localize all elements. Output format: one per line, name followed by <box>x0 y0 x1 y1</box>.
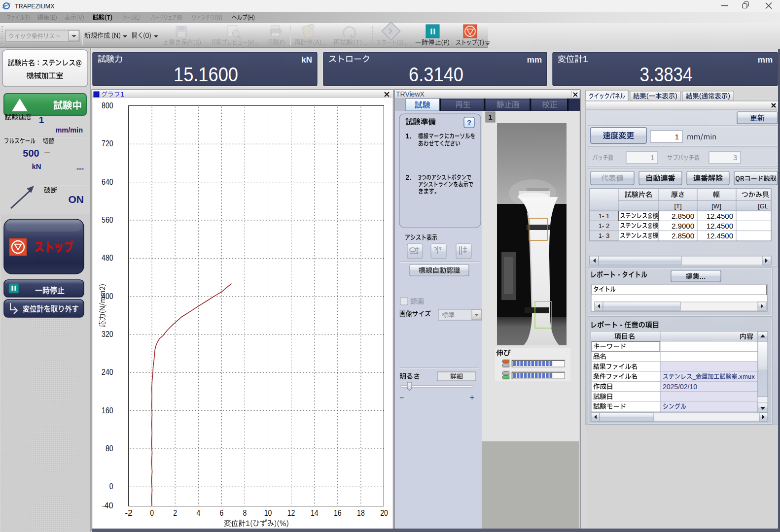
svg-text:[T]: [T] <box>674 202 681 210</box>
svg-text:0: 0 <box>150 509 154 517</box>
svg-text:4: 4 <box>196 509 200 517</box>
svg-text:16: 16 <box>334 509 342 517</box>
svg-text:---: --- <box>77 177 83 183</box>
svg-text:mm/min: mm/min <box>55 126 83 134</box>
svg-text:80: 80 <box>106 444 113 453</box>
svg-text:640: 640 <box>102 178 113 186</box>
svg-text:−: − <box>399 394 404 402</box>
svg-text:kN: kN <box>32 162 41 170</box>
svg-text:500: 500 <box>23 148 39 159</box>
svg-text:ON: ON <box>69 194 84 205</box>
svg-text:1: 1 <box>39 115 44 125</box>
svg-text:18: 18 <box>357 509 365 517</box>
svg-text:560: 560 <box>102 216 113 224</box>
svg-text:12: 12 <box>287 509 295 517</box>
svg-text:10: 10 <box>264 509 272 517</box>
svg-text:TRAPEZIUMX: TRAPEZIUMX <box>15 3 55 10</box>
svg-text:---: --- <box>76 164 84 172</box>
svg-text:2025/02/10: 2025/02/10 <box>663 383 697 391</box>
svg-text:?: ? <box>467 118 471 127</box>
svg-text:1- 2: 1- 2 <box>599 222 609 230</box>
svg-text:TRViewX: TRViewX <box>396 90 425 98</box>
svg-text:320: 320 <box>102 330 113 338</box>
svg-text:+: + <box>470 393 474 401</box>
svg-text:mm: mm <box>758 55 773 65</box>
svg-text:1: 1 <box>488 113 492 121</box>
svg-text:2.8500: 2.8500 <box>672 232 694 240</box>
svg-text:14: 14 <box>311 509 319 517</box>
svg-text:1: 1 <box>650 154 654 162</box>
svg-text:12.4500: 12.4500 <box>707 212 733 220</box>
svg-text:12.4500: 12.4500 <box>707 232 733 240</box>
svg-text:400: 400 <box>102 292 113 300</box>
svg-text:2: 2 <box>173 509 177 517</box>
svg-text:1- 1: 1- 1 <box>599 212 609 220</box>
svg-text:8: 8 <box>243 509 247 517</box>
svg-text:-2: -2 <box>125 509 133 517</box>
svg-text:0: 0 <box>109 482 113 491</box>
svg-text:6.3140: 6.3140 <box>409 63 463 86</box>
svg-text:1- 3: 1- 3 <box>599 232 609 239</box>
svg-text:kN: kN <box>301 55 312 65</box>
svg-text:3.3834: 3.3834 <box>640 63 693 86</box>
svg-text:2.9000: 2.9000 <box>672 222 694 230</box>
svg-text:12.4500: 12.4500 <box>707 222 733 230</box>
svg-text:800: 800 <box>102 101 113 110</box>
svg-text:15.1600: 15.1600 <box>174 63 238 86</box>
svg-text:2.8500: 2.8500 <box>672 212 694 220</box>
svg-text:[GL: [GL <box>758 202 768 210</box>
svg-text:20: 20 <box>380 509 388 517</box>
svg-text:160: 160 <box>102 406 113 415</box>
svg-text:[W]: [W] <box>711 202 721 210</box>
svg-text:720: 720 <box>102 139 113 148</box>
svg-text:3: 3 <box>733 154 737 162</box>
svg-text:1: 1 <box>675 133 679 141</box>
svg-text:240: 240 <box>102 368 113 376</box>
svg-text:mm: mm <box>527 55 542 65</box>
svg-text:480: 480 <box>102 254 113 262</box>
svg-text:---: --- <box>44 149 50 155</box>
svg-text:-40: -40 <box>102 501 113 510</box>
svg-text:6: 6 <box>220 509 224 517</box>
